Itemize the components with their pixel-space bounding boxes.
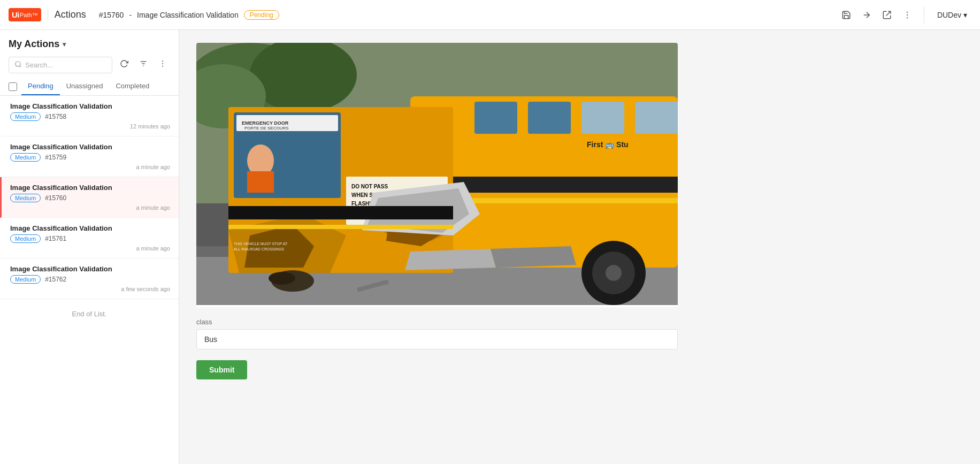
tab-pending[interactable]: Pending	[21, 78, 60, 95]
svg-point-9	[162, 60, 163, 62]
svg-point-10	[162, 63, 163, 64]
submit-button[interactable]: Submit	[196, 360, 247, 379]
svg-rect-54	[228, 225, 453, 229]
svg-rect-37	[247, 171, 274, 193]
priority-badge: Medium	[10, 194, 41, 202]
sidebar-more-button[interactable]	[155, 56, 170, 73]
item-time: a few seconds ago	[10, 286, 170, 292]
item-time: 12 minutes ago	[10, 123, 170, 130]
list-item-meta: Medium #15760	[10, 194, 170, 202]
item-id: #15758	[45, 113, 66, 120]
list-item-meta: Medium #15759	[10, 153, 170, 162]
item-id: #15760	[45, 194, 66, 202]
logo-box: Ui Path™	[9, 8, 41, 21]
user-chevron-icon: ▾	[963, 11, 967, 19]
search-row	[9, 56, 170, 73]
user-menu-button[interactable]: DUDev ▾	[933, 7, 971, 22]
item-id: #15761	[45, 235, 66, 242]
svg-point-2	[907, 14, 908, 15]
list-item-title: Image Classification Validation	[10, 143, 170, 151]
my-actions-chevron-icon: ▾	[63, 41, 66, 48]
list-item[interactable]: Image Classification Validation Medium #…	[0, 136, 179, 177]
svg-marker-50	[405, 249, 496, 270]
svg-text:First 🚌 Stu: First 🚌 Stu	[587, 140, 629, 149]
field-section: class Submit	[196, 318, 678, 379]
svg-text:THIS VEHICLE MUST STOP AT: THIS VEHICLE MUST STOP AT	[234, 242, 288, 246]
main-layout: My Actions ▾	[0, 30, 980, 464]
action-list: Image Classification Validation Medium #…	[0, 96, 179, 464]
tabs-row: Pending Unassigned Completed	[0, 73, 179, 96]
task-id: #15760	[99, 11, 124, 19]
forward-button[interactable]	[859, 7, 875, 23]
svg-rect-53	[228, 206, 453, 219]
priority-badge: Medium	[10, 153, 41, 162]
list-item-active[interactable]: Image Classification Validation Medium #…	[0, 177, 179, 218]
list-item-meta: Medium #15762	[10, 275, 170, 284]
select-all-checkbox[interactable]	[9, 82, 17, 91]
my-actions-title[interactable]: My Actions ▾	[9, 39, 170, 50]
save-button[interactable]	[838, 7, 854, 23]
class-field[interactable]	[196, 329, 678, 349]
svg-line-5	[20, 65, 21, 67]
list-item-title: Image Classification Validation	[10, 265, 170, 273]
logo-path-text: Path™	[20, 12, 38, 18]
item-time: a minute ago	[10, 164, 170, 170]
list-item[interactable]: Image Classification Validation Medium #…	[0, 96, 179, 136]
sidebar-header: My Actions ▾	[0, 30, 179, 73]
image-container: First 🚌 Stu EMERGENCY DOOR PORTE DE SECO…	[196, 43, 678, 307]
search-box	[9, 57, 112, 73]
svg-rect-23	[635, 102, 678, 134]
task-name: Image Classification Validation	[137, 11, 239, 19]
priority-badge: Medium	[10, 234, 41, 243]
sidebar: My Actions ▾	[0, 30, 179, 464]
list-item-meta: Medium #15758	[10, 112, 170, 121]
list-item-title: Image Classification Validation	[10, 102, 170, 110]
list-item-title: Image Classification Validation	[10, 224, 170, 232]
logo-ui-text: Ui	[12, 10, 19, 19]
header-divider	[924, 6, 924, 24]
tab-unassigned[interactable]: Unassigned	[60, 78, 110, 95]
svg-point-28	[606, 265, 622, 281]
item-id: #15759	[45, 154, 66, 161]
svg-point-11	[162, 66, 163, 67]
header-actions: DUDev ▾	[838, 6, 971, 24]
svg-text:PORTE DE SECOURS: PORTE DE SECOURS	[244, 126, 289, 131]
list-item[interactable]: Image Classification Validation Medium #…	[0, 218, 179, 258]
bus-image: First 🚌 Stu EMERGENCY DOOR PORTE DE SECO…	[196, 43, 678, 305]
priority-badge: Medium	[10, 275, 41, 284]
redirect-button[interactable]	[879, 7, 895, 23]
svg-text:ALL RAILROAD CROSSINGS: ALL RAILROAD CROSSINGS	[234, 247, 284, 251]
svg-point-3	[907, 17, 908, 18]
filter-button[interactable]	[136, 56, 151, 73]
logo-area: Ui Path™ Actions	[9, 8, 86, 21]
search-input[interactable]	[25, 61, 106, 69]
end-of-list: End of List.	[0, 299, 179, 329]
app-header: Ui Path™ Actions #15760 - Image Classifi…	[0, 0, 980, 30]
my-actions-label: My Actions	[9, 39, 59, 50]
item-time: a minute ago	[10, 245, 170, 252]
main-content: First 🚌 Stu EMERGENCY DOOR PORTE DE SECO…	[179, 30, 980, 464]
item-time: a minute ago	[10, 204, 170, 211]
more-options-button[interactable]	[899, 7, 915, 23]
status-badge: Pending	[244, 10, 279, 20]
svg-rect-22	[581, 102, 624, 134]
svg-marker-51	[491, 246, 576, 268]
svg-point-1	[907, 11, 908, 12]
svg-point-4	[16, 61, 20, 66]
search-icon	[14, 60, 22, 70]
refresh-button[interactable]	[117, 56, 132, 73]
field-label: class	[196, 318, 678, 326]
tab-completed[interactable]: Completed	[109, 78, 156, 95]
user-name: DUDev	[937, 11, 961, 19]
svg-text:EMERGENCY DOOR: EMERGENCY DOOR	[242, 120, 289, 126]
svg-point-49	[269, 272, 295, 285]
list-item-meta: Medium #15761	[10, 234, 170, 243]
svg-rect-21	[528, 102, 571, 134]
logo-actions-text: Actions	[48, 9, 86, 20]
item-id: #15762	[45, 276, 66, 283]
header-title: #15760 - Image Classification Validation…	[99, 10, 838, 20]
priority-badge: Medium	[10, 112, 41, 121]
svg-text:DO NOT PASS: DO NOT PASS	[351, 184, 388, 189]
list-item[interactable]: Image Classification Validation Medium #…	[0, 258, 179, 299]
svg-rect-20	[474, 102, 517, 134]
